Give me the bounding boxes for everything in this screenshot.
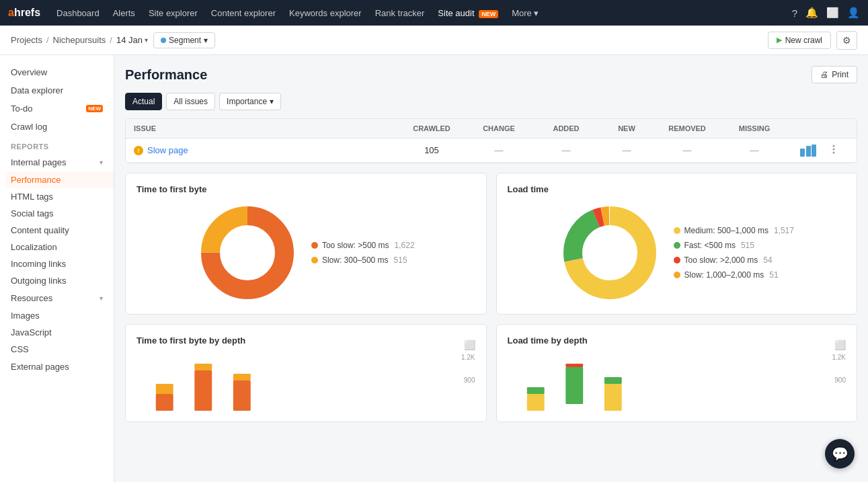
sidebar-item-localization[interactable]: Localization <box>5 239 114 255</box>
issue-warning-icon: ! <box>134 146 143 155</box>
sidebar-item-data-explorer[interactable]: Data explorer <box>0 81 114 99</box>
issue-name: ! Slow page <box>134 145 398 155</box>
new-crawl-button[interactable]: ▶ New crawl <box>768 32 831 49</box>
load-donut-svg <box>559 202 660 303</box>
ttfb-donut-container: Too slow: >500 ms 1,622 Slow: 300–500 ms… <box>136 202 475 303</box>
load-dot-4 <box>674 272 680 278</box>
sidebar-item-todo[interactable]: To-do NEW <box>0 99 114 118</box>
page-title: Performance <box>125 67 207 83</box>
col-missing: Missing <box>721 124 788 132</box>
svg-rect-21 <box>526 387 544 394</box>
sidebar-item-javascript[interactable]: JavaScript <box>5 324 114 341</box>
nav-dashboard[interactable]: Dashboard <box>51 5 105 21</box>
svg-rect-23 <box>565 364 583 367</box>
sidebar-item-resources[interactable]: Resources ▾ <box>0 289 114 307</box>
sidebar-item-outgoing-links[interactable]: Outgoing links <box>5 272 114 289</box>
ttfb-depth-chart-area: 1.2K 900 <box>136 354 475 411</box>
sidebar-item-crawl-log[interactable]: Crawl log <box>0 118 114 136</box>
load-legend: Medium: 500–1,000 ms 1,517 Fast: <500 ms… <box>674 226 794 280</box>
nav-more[interactable]: More ▾ <box>506 5 544 21</box>
chat-bubble[interactable]: 💬 <box>825 439 855 469</box>
load-chart-card: Load time <box>496 173 858 315</box>
crawled-value: 105 <box>398 145 465 155</box>
nav-site-explorer[interactable]: Site explorer <box>143 5 203 21</box>
display-icon[interactable]: ⬜ <box>826 7 839 19</box>
svg-rect-17 <box>194 364 212 370</box>
sidebar-item-overview[interactable]: Overview <box>0 63 114 81</box>
nav-alerts[interactable]: Alerts <box>108 5 141 21</box>
todo-badge: NEW <box>86 105 103 112</box>
ttfb-depth-expand-icon[interactable]: ⬜ <box>464 339 475 350</box>
load-dot-3 <box>674 257 680 264</box>
col-issue: Issue <box>134 124 398 132</box>
chat-icon: 💬 <box>832 446 849 462</box>
sidebar-item-content-quality[interactable]: Content quality <box>5 222 114 239</box>
notifications-icon[interactable]: 🔔 <box>805 7 818 19</box>
svg-rect-20 <box>526 394 544 411</box>
main-layout: Overview Data explorer To-do NEW Crawl l… <box>0 55 868 482</box>
svg-point-5 <box>833 152 835 154</box>
nav-content-explorer[interactable]: Content explorer <box>206 5 281 21</box>
crawl-selector[interactable]: 14 Jan ▾ <box>116 35 148 45</box>
help-icon[interactable]: ? <box>792 7 797 19</box>
removed-value: — <box>654 145 721 155</box>
svg-rect-24 <box>604 384 621 411</box>
sidebar-item-html-tags[interactable]: HTML tags <box>5 188 114 205</box>
load-dot-2 <box>674 242 680 249</box>
sidebar-item-internal-pages[interactable]: Internal pages ▾ <box>0 153 114 171</box>
load-chart-title: Load time <box>508 184 846 194</box>
nav-site-audit[interactable]: Site audit NEW <box>432 5 504 21</box>
ttfb-depth-bars <box>136 360 475 411</box>
site-link[interactable]: Nichepursuits <box>53 35 106 45</box>
load-depth-title: Load time by depth <box>508 335 588 346</box>
load-depth-chart-area: 1.2K 900 <box>508 354 846 411</box>
sidebar-item-performance[interactable]: Performance <box>5 171 114 188</box>
reports-section-header: REPORTS <box>0 136 114 153</box>
svg-rect-0 <box>800 149 805 157</box>
issue-label[interactable]: Slow page <box>147 145 188 155</box>
row-mini-chart[interactable] <box>788 145 828 157</box>
ttfb-legend: Too slow: >500 ms 1,622 Slow: 300–500 ms… <box>311 241 415 265</box>
svg-rect-19 <box>233 374 251 380</box>
print-button[interactable]: 🖨 Print <box>812 66 857 83</box>
col-chart <box>788 124 828 132</box>
nav-rank-tracker[interactable]: Rank tracker <box>370 5 430 21</box>
logo[interactable]: ahrefs <box>8 7 40 19</box>
user-icon[interactable]: 👤 <box>847 7 860 19</box>
table-row: ! Slow page 105 — — — — — <box>126 138 857 163</box>
importance-filter[interactable]: Importance ▾ <box>219 93 281 110</box>
issues-table: Issue Crawled Change Added New Removed M… <box>125 118 857 163</box>
segment-button[interactable]: Segment ▾ <box>153 32 215 48</box>
sidebar-item-incoming-links[interactable]: Incoming links <box>5 255 114 272</box>
sidebar-item-css[interactable]: CSS <box>5 341 114 358</box>
crawl-caret: ▾ <box>145 36 148 44</box>
actual-filter[interactable]: Actual <box>125 93 162 110</box>
sub-header-right: ▶ New crawl ⚙ <box>768 31 857 50</box>
all-issues-filter[interactable]: All issues <box>166 93 215 110</box>
svg-point-4 <box>833 149 835 151</box>
settings-button[interactable]: ⚙ <box>836 31 857 50</box>
load-depth-expand-icon[interactable]: ⬜ <box>834 339 846 350</box>
nav-keywords-explorer[interactable]: Keywords explorer <box>284 5 367 21</box>
row-more-menu[interactable] <box>828 144 849 157</box>
main-content: Performance 🖨 Print Actual All issues Im… <box>114 55 868 482</box>
load-legend-item-2: Fast: <500 ms 515 <box>674 241 794 250</box>
resources-submenu: Images JavaScript CSS <box>0 307 114 358</box>
load-dot-1 <box>674 227 680 234</box>
load-legend-item-1: Medium: 500–1,000 ms 1,517 <box>674 226 794 235</box>
sidebar-item-social-tags[interactable]: Social tags <box>5 205 114 222</box>
ttfb-y-label-high: 1.2K <box>461 354 475 361</box>
resources-caret: ▾ <box>100 294 103 302</box>
ttfb-legend-item-1: Too slow: >500 ms 1,622 <box>311 241 415 250</box>
sidebar-item-images[interactable]: Images <box>5 307 114 324</box>
projects-link[interactable]: Projects <box>11 35 42 45</box>
load-depth-header: Load time by depth ⬜ <box>508 335 846 354</box>
svg-point-8 <box>221 226 274 280</box>
svg-point-3 <box>833 145 835 147</box>
sidebar-item-external-pages[interactable]: External pages <box>0 358 114 376</box>
ttfb-donut-svg <box>197 202 298 303</box>
svg-rect-2 <box>812 145 816 157</box>
load-legend-item-4: Slow: 1,000–2,000 ms 51 <box>674 270 794 280</box>
svg-rect-16 <box>194 370 212 411</box>
ttfb-chart-card: Time to first byte Too slow: >500 ms <box>125 173 487 315</box>
